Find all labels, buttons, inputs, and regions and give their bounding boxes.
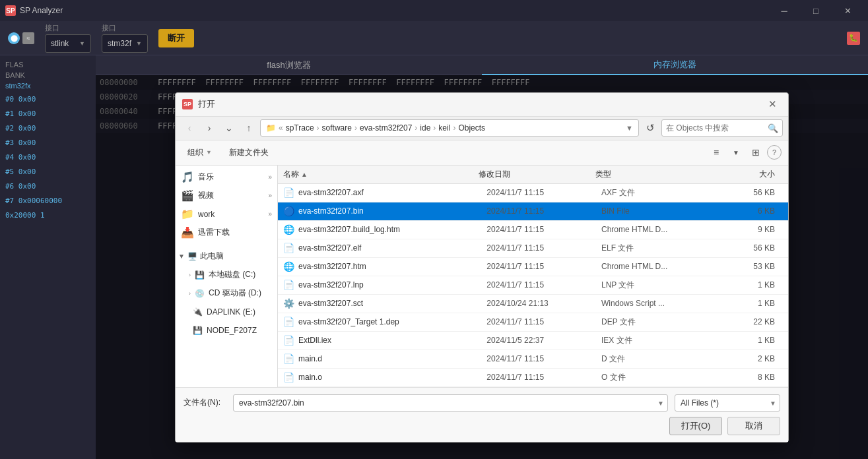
- table-row[interactable]: 📄 main.d 2024/11/7 11:15 D 文件 2 KB: [278, 350, 788, 369]
- file-list: 名称 ▲ 修改日期 类型 大小 📄 eva-stm32f207.axf: [278, 166, 788, 387]
- file-date: 2024/11/7 11:15: [486, 354, 597, 363]
- nav-dropdown-button[interactable]: ⌄: [220, 119, 238, 137]
- memory-area: 08000000 FFFFFFFF FFFFFFFF FFFFFFFF FFFF…: [96, 75, 868, 459]
- bug-icon: 🐛: [847, 32, 860, 45]
- nav-item-video[interactable]: 🎬 视频 »: [176, 187, 277, 205]
- filename-input-wrap: ▼: [233, 394, 668, 412]
- bank-row-3[interactable]: #3 0x00: [5, 136, 90, 150]
- nav-item-thunder[interactable]: 📥 迅雷下载: [176, 224, 277, 242]
- nav-back-button[interactable]: ‹: [181, 119, 198, 137]
- extra-icons: 🐛: [847, 32, 860, 45]
- table-row[interactable]: ⚙️ eva-stm32f207.sct 2024/10/24 21:13 Wi…: [278, 295, 788, 313]
- navigation-bar: ‹ › ⌄ ↑ 📁 « spTrace › software ›: [176, 117, 788, 140]
- table-row[interactable]: 🌐 eva-stm32f207.htm 2024/11/7 11:15 Chro…: [278, 258, 788, 276]
- nav-item-daplink[interactable]: 🔌 DAPLINK (E:): [176, 303, 277, 321]
- nav-item-cd-d[interactable]: › 💿 CD 驱动器 (D:): [176, 284, 277, 303]
- nav-up-button[interactable]: ↑: [240, 119, 257, 137]
- table-row[interactable]: 📄 eva-stm32f207_Target 1.dep 2024/11/7 1…: [278, 313, 788, 332]
- view-list-button[interactable]: ≡: [708, 144, 725, 161]
- col-size[interactable]: 大小: [712, 169, 783, 180]
- file-type: Chrome HTML D...: [601, 262, 712, 271]
- bank-row-0[interactable]: #0 0x00: [5, 92, 90, 107]
- file-type: O 文件: [601, 372, 712, 383]
- nav-item-disk-c[interactable]: › 💾 本地磁盘 (C:): [176, 266, 277, 284]
- nav-item-music[interactable]: 🎵 音乐 »: [176, 168, 277, 187]
- col-name[interactable]: 名称 ▲: [283, 169, 479, 180]
- breadcrumb-eva[interactable]: eva-stm32f207: [360, 123, 412, 133]
- bank-row-6[interactable]: #6 0x00: [5, 179, 90, 194]
- table-row[interactable]: 📄 main.o 2024/11/7 11:15 O 文件 8 KB: [278, 369, 788, 387]
- file-name: eva-stm32f207.bin: [298, 206, 483, 216]
- breadcrumb-software[interactable]: software: [322, 123, 352, 133]
- file-area: 🎵 音乐 » 🎬 视频 » 📁: [176, 166, 788, 387]
- file-name: eva-stm32f207.htm: [298, 262, 483, 271]
- stlink-dropdown[interactable]: stlink ▼: [45, 34, 91, 53]
- bank-row-7[interactable]: #7 0x00060000 0x20000 1: [5, 194, 90, 208]
- table-row[interactable]: 📄 eva-stm32f207.axf 2024/11/7 11:15 AXF …: [278, 184, 788, 202]
- nav-forward-button[interactable]: ›: [201, 119, 218, 137]
- stm32-dropdown[interactable]: stm32f ▼: [102, 34, 148, 53]
- bank-row-1[interactable]: #1 0x00: [5, 107, 90, 121]
- table-row[interactable]: 📄 eva-stm32f207.lnp 2024/11/7 11:15 LNP …: [278, 276, 788, 295]
- filetype-select[interactable]: All Files (*): [675, 394, 780, 412]
- breadcrumb-bar[interactable]: 📁 « spTrace › software › eva-stm32f207 ›…: [260, 119, 639, 137]
- table-row[interactable]: 🔵 eva-stm32f207.bin 2024/11/7 11:15 BIN …: [278, 202, 788, 221]
- computer-icon: 🖥️: [187, 252, 197, 261]
- left-panel: FLAS BANK stm32fx #0 0x00 #1 0x00 #2 0x0…: [0, 55, 96, 459]
- disconnect-button[interactable]: 断开: [158, 29, 194, 47]
- breadcrumb-objects[interactable]: Objects: [458, 123, 485, 133]
- file-icon: 📄: [283, 317, 294, 327]
- breadcrumb-keil[interactable]: keil: [438, 123, 450, 133]
- nav-computer-expand[interactable]: ▼ 🖥️ 此电脑: [176, 247, 277, 266]
- interface-label-2: 接口: [102, 23, 116, 33]
- interface-label-1: 接口: [45, 23, 59, 33]
- memory-browser-tab[interactable]: 内存浏览器: [482, 55, 868, 75]
- file-icon: 📄: [283, 187, 294, 198]
- maximize-button[interactable]: □: [801, 0, 831, 21]
- file-name: main.o: [298, 373, 483, 382]
- table-row[interactable]: 📄 eva-stm32f207.elf 2024/11/7 11:15 ELF …: [278, 239, 788, 258]
- bank-row-2[interactable]: #2 0x00: [5, 121, 90, 136]
- breadcrumb-ide[interactable]: ide: [420, 123, 430, 133]
- file-name: eva-stm32f207.sct: [298, 299, 483, 308]
- cancel-button[interactable]: 取消: [727, 417, 780, 435]
- nav-item-work[interactable]: 📁 work »: [176, 205, 277, 224]
- table-row[interactable]: 🌐 eva-stm32f207.build_log.htm 2024/11/7 …: [278, 221, 788, 239]
- new-folder-button[interactable]: 新建文件夹: [224, 144, 274, 161]
- nav-refresh-button[interactable]: ↺: [642, 119, 659, 137]
- view-dropdown-button[interactable]: ▼: [727, 144, 745, 161]
- flash-browser-tab[interactable]: flash浏览器: [96, 55, 482, 75]
- search-input[interactable]: [666, 123, 765, 133]
- file-type: LNP 文件: [601, 280, 712, 291]
- toolbar: ⬤ ≈ 接口 stlink ▼ 接口 stm32f ▼: [0, 21, 868, 55]
- dialog-close-button[interactable]: ✕: [763, 96, 782, 112]
- help-button[interactable]: ?: [767, 145, 782, 160]
- file-type: ELF 文件: [601, 243, 712, 254]
- col-date[interactable]: 修改日期: [479, 169, 595, 180]
- bank-row-4[interactable]: #4 0x00: [5, 150, 90, 165]
- breadcrumb-sptrace[interactable]: spTrace: [286, 123, 314, 133]
- file-date: 2024/11/5 22:37: [486, 336, 597, 345]
- file-date: 2024/11/7 11:15: [486, 373, 597, 382]
- bank-row-5[interactable]: #5 0x00: [5, 165, 90, 179]
- file-list-header: 名称 ▲ 修改日期 类型 大小: [278, 166, 788, 184]
- search-box[interactable]: 🔍: [661, 119, 783, 137]
- nav-item-node[interactable]: 💾 NODE_F207Z: [176, 321, 277, 340]
- filename-input[interactable]: [233, 394, 668, 412]
- filename-input-arrow: ▼: [657, 399, 664, 406]
- col-type[interactable]: 类型: [595, 169, 712, 180]
- file-size: 56 KB: [716, 243, 783, 253]
- file-type: D 文件: [601, 353, 712, 365]
- open-button[interactable]: 打开(O): [669, 417, 722, 435]
- file-date: 2024/11/7 11:15: [486, 206, 597, 216]
- table-row[interactable]: 📄 ExtDll.iex 2024/11/5 22:37 IEX 文件 1 KB: [278, 332, 788, 350]
- expand-arrow-c: ›: [189, 272, 191, 278]
- minimize-button[interactable]: ─: [769, 0, 799, 21]
- view-tiles-button[interactable]: ⊞: [747, 144, 764, 161]
- organize-button[interactable]: 组织 ▼: [182, 144, 217, 161]
- breadcrumb-arrow-5: ›: [453, 123, 455, 133]
- breadcrumb-arrow-3: ›: [415, 123, 417, 133]
- browser-tabs: flash浏览器 内存浏览器: [96, 55, 868, 75]
- close-button[interactable]: ✕: [832, 0, 863, 21]
- waveform-icon: ≈: [22, 32, 34, 44]
